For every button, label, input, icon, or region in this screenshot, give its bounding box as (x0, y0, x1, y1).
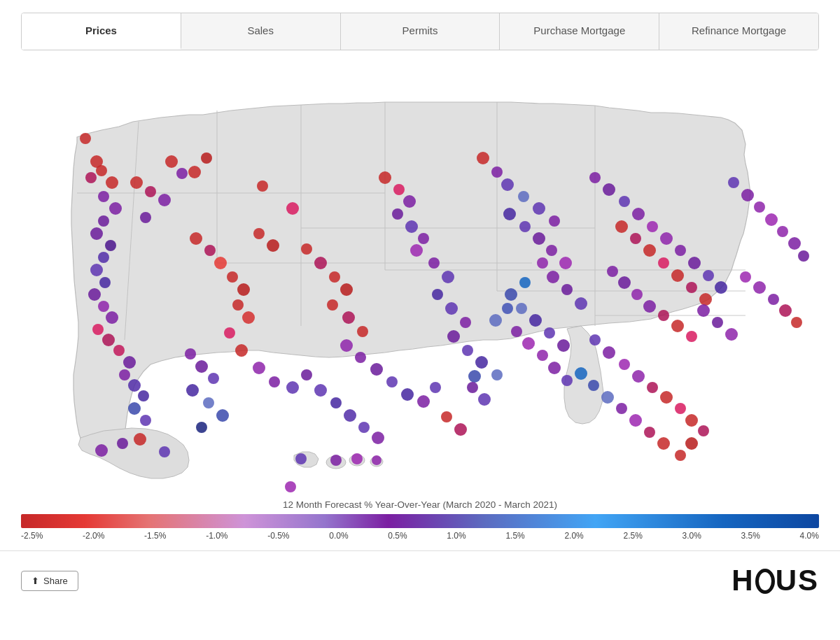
tab-sales[interactable]: Sales (181, 13, 341, 50)
haus-o (755, 569, 775, 594)
svg-point-33 (113, 345, 125, 356)
svg-point-110 (518, 191, 529, 202)
legend-bar (21, 514, 819, 528)
svg-point-98 (442, 271, 454, 283)
svg-point-187 (95, 444, 108, 457)
svg-point-133 (632, 208, 645, 220)
svg-point-104 (475, 356, 488, 369)
tab-purchase-mortgage[interactable]: Purchase Mortgage (500, 13, 659, 50)
legend-label: 2.0% (564, 531, 583, 541)
svg-point-45 (176, 168, 188, 179)
tab-permits[interactable]: Permits (341, 13, 500, 50)
svg-point-205 (548, 362, 561, 374)
svg-point-125 (529, 314, 542, 327)
svg-point-34 (123, 356, 136, 369)
svg-point-200 (467, 382, 478, 393)
svg-point-99 (432, 289, 443, 300)
svg-point-192 (295, 453, 307, 464)
svg-point-56 (235, 344, 248, 357)
share-button[interactable]: ⬆ Share (21, 571, 78, 591)
svg-point-25 (98, 252, 109, 263)
svg-point-117 (559, 257, 572, 269)
svg-point-196 (430, 382, 441, 393)
svg-point-178 (685, 437, 698, 450)
svg-point-58 (195, 360, 208, 373)
svg-point-149 (643, 244, 656, 257)
svg-point-92 (403, 195, 416, 208)
svg-point-94 (405, 220, 418, 233)
svg-point-50 (214, 257, 227, 269)
svg-point-145 (788, 237, 801, 250)
svg-point-101 (460, 317, 471, 328)
svg-point-179 (675, 450, 686, 461)
legend-labels: -2.5% -2.0% -1.5% -1.0% -0.5% 0.0% 0.5% … (21, 531, 819, 541)
svg-point-148 (630, 233, 641, 244)
svg-point-89 (401, 388, 414, 401)
svg-point-106 (468, 370, 481, 383)
svg-point-151 (671, 269, 684, 282)
svg-point-169 (589, 334, 601, 346)
svg-point-173 (647, 382, 658, 393)
svg-point-102 (447, 330, 460, 343)
svg-point-73 (285, 481, 296, 492)
svg-point-136 (675, 245, 686, 256)
haus-logo: HUS (732, 564, 819, 597)
svg-point-38 (128, 402, 141, 415)
svg-point-158 (658, 310, 669, 321)
svg-point-144 (777, 226, 788, 237)
legend-label: 0.5% (388, 531, 407, 541)
svg-point-112 (549, 215, 560, 227)
svg-point-77 (267, 239, 279, 252)
svg-point-150 (658, 257, 669, 269)
share-icon: ⬆ (31, 576, 39, 586)
legend-container: -2.5% -2.0% -1.5% -1.0% -0.5% 0.0% 0.5% … (21, 514, 819, 541)
svg-point-128 (502, 303, 513, 314)
svg-point-75 (286, 202, 299, 215)
svg-point-153 (699, 293, 712, 306)
svg-point-69 (330, 397, 342, 408)
legend-label: 2.5% (623, 531, 642, 541)
svg-point-177 (698, 425, 709, 436)
forecast-label: 12 Month Forecast % Year-Over-Year (Marc… (21, 499, 819, 510)
svg-point-74 (257, 180, 268, 192)
svg-point-51 (227, 271, 238, 283)
svg-point-167 (779, 304, 792, 317)
legend-label: 0.0% (329, 531, 348, 541)
svg-point-163 (725, 328, 738, 341)
legend-label: 3.0% (682, 531, 701, 541)
svg-point-86 (355, 352, 366, 363)
svg-point-76 (253, 228, 265, 239)
tab-prices[interactable]: Prices (22, 13, 181, 50)
svg-point-53 (232, 299, 244, 311)
svg-point-201 (478, 393, 491, 406)
svg-point-108 (491, 166, 503, 178)
svg-point-26 (90, 264, 103, 276)
svg-point-66 (286, 381, 299, 394)
svg-point-105 (491, 369, 503, 381)
tab-refinance-mortgage[interactable]: Refinance Mortgage (659, 13, 818, 50)
map-container (21, 60, 819, 494)
svg-point-175 (675, 403, 686, 414)
svg-point-155 (618, 276, 631, 289)
svg-point-193 (330, 455, 342, 466)
svg-point-93 (392, 208, 403, 220)
legend-label: -1.5% (144, 531, 166, 541)
svg-point-91 (393, 184, 405, 195)
svg-point-154 (607, 266, 618, 277)
svg-point-68 (314, 384, 327, 397)
legend-label: 4.0% (800, 531, 819, 541)
svg-point-182 (601, 391, 614, 404)
svg-point-183 (616, 403, 627, 414)
svg-point-61 (203, 397, 214, 408)
svg-point-63 (196, 422, 207, 433)
svg-point-195 (372, 455, 382, 465)
svg-point-186 (657, 437, 670, 450)
svg-point-42 (158, 194, 171, 206)
svg-point-194 (351, 453, 363, 464)
svg-point-190 (159, 446, 170, 457)
svg-point-157 (643, 300, 656, 313)
svg-point-126 (544, 327, 555, 339)
svg-point-39 (140, 415, 151, 426)
svg-point-141 (741, 189, 754, 201)
svg-point-84 (357, 326, 368, 337)
